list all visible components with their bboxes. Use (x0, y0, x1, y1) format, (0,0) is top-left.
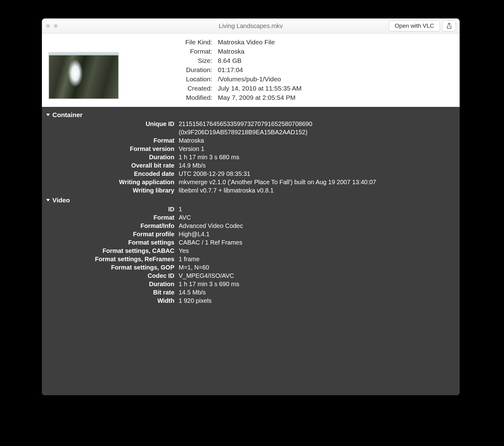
video-row-format-profile: Format profile High@L4.1 (42, 230, 460, 238)
window-controls (46, 24, 58, 28)
container-row-unique-id: Unique ID 211515617645653359973270791652… (42, 120, 460, 136)
duration-value: 01:17:04 (218, 66, 302, 74)
c-writing-lib-value: libebml v0.7.7 + libmatroska v0.8.1 (179, 186, 453, 195)
file-kind-value: Matroska Video File (218, 39, 302, 46)
unique-id-label: Unique ID (48, 120, 174, 136)
v-gop-label: Format settings, GOP (48, 263, 174, 272)
v-bit-rate-value: 14.5 Mb/s (179, 288, 453, 297)
video-row-cabac: Format settings, CABAC Yes (42, 247, 460, 255)
c-writing-lib-label: Writing library (48, 186, 174, 195)
summary-panel: File Kind: Matroska Video File Format: M… (42, 34, 460, 107)
titlebar: Living Landscapes.mkv Open with VLC (42, 18, 460, 34)
created-value: July 14, 2010 at 11:55:35 AM (218, 85, 302, 92)
container-heading: Container (52, 111, 83, 119)
detail-panel: Container Unique ID 21151561764565335997… (42, 107, 460, 395)
v-format-info-value: Advanced Video Codec (179, 222, 453, 230)
disclosure-triangle-icon (46, 199, 50, 201)
location-value: /Volumes/pub-1/Video (218, 75, 302, 83)
video-row-format: Format AVC (42, 213, 460, 222)
size-value: 8.64 GB (218, 57, 302, 64)
video-row-bit-rate: Bit rate 14.5 Mb/s (42, 288, 460, 297)
format-value: Matroska (218, 48, 302, 55)
video-row-id: ID 1 (42, 205, 460, 213)
v-format-settings-value: CABAC / 1 Ref Frames (179, 238, 453, 247)
v-duration-value: 1 h 17 min 3 s 690 ms (179, 280, 453, 288)
video-row-format-settings: Format settings CABAC / 1 Ref Frames (42, 238, 460, 247)
v-reframes-value: 1 frame (179, 255, 453, 263)
video-row-gop: Format settings, GOP M=1, N=60 (42, 263, 460, 272)
container-row-bit-rate: Overall bit rate 14.9 Mb/s (42, 161, 460, 170)
info-window: Living Landscapes.mkv Open with VLC File… (42, 18, 460, 395)
open-with-button[interactable]: Open with VLC (389, 20, 440, 31)
container-row-encoded-date: Encoded date UTC 2008-12-29 08:35:31 (42, 170, 460, 178)
v-format-profile-label: Format profile (48, 230, 174, 238)
video-row-duration: Duration 1 h 17 min 3 s 690 ms (42, 280, 460, 288)
open-with-label: Open with VLC (395, 22, 434, 29)
v-format-profile-value: High@L4.1 (179, 230, 453, 238)
v-id-label: ID (48, 205, 174, 213)
container-row-writing-app: Writing application mkvmerge v2.1.0 ('An… (42, 178, 460, 186)
v-duration-label: Duration (48, 280, 174, 288)
disclosure-triangle-icon (46, 114, 50, 116)
c-bit-rate-label: Overall bit rate (48, 161, 174, 170)
v-gop-value: M=1, N=60 (179, 263, 453, 272)
c-format-label: Format (48, 136, 174, 145)
c-duration-label: Duration (48, 153, 174, 161)
minimize-icon (55, 25, 57, 27)
video-row-width: Width 1 920 pixels (42, 297, 460, 305)
video-row-reframes: Format settings, ReFrames 1 frame (42, 255, 460, 263)
minimize-window-button[interactable] (53, 24, 58, 28)
v-width-label: Width (48, 297, 174, 305)
close-icon (47, 25, 49, 27)
v-format-settings-label: Format settings (48, 238, 174, 247)
v-id-value: 1 (179, 205, 453, 213)
unique-id-value: 211515617645653359973270791652580708690 … (179, 120, 453, 136)
c-encoded-date-value: UTC 2008-12-29 08:35:31 (179, 170, 453, 178)
video-thumbnail (49, 52, 119, 99)
v-format-label: Format (48, 213, 174, 222)
v-codec-id-label: Codec ID (48, 272, 174, 280)
v-codec-id-value: V_MPEG4/ISO/AVC (179, 272, 453, 280)
created-label: Created: (126, 85, 212, 92)
v-format-value: AVC (179, 213, 453, 222)
container-row-format-version: Format version Version 1 (42, 145, 460, 153)
container-row-writing-lib: Writing library libebml v0.7.7 + libmatr… (42, 186, 460, 195)
c-format-version-value: Version 1 (179, 145, 453, 153)
v-reframes-label: Format settings, ReFrames (48, 255, 174, 263)
unique-id-line1: 211515617645653359973270791652580708690 (179, 120, 453, 128)
video-row-format-info: Format/Info Advanced Video Codec (42, 222, 460, 230)
c-format-value: Matroska (179, 136, 453, 145)
video-row-codec-id: Codec ID V_MPEG4/ISO/AVC (42, 272, 460, 280)
share-icon (446, 23, 452, 29)
summary-grid: File Kind: Matroska Video File Format: M… (126, 39, 302, 101)
v-cabac-label: Format settings, CABAC (48, 247, 174, 255)
container-section-header[interactable]: Container (42, 109, 460, 120)
v-width-value: 1 920 pixels (179, 297, 453, 305)
duration-label: Duration: (126, 66, 212, 74)
location-label: Location: (126, 75, 212, 83)
container-row-format: Format Matroska (42, 136, 460, 145)
v-bit-rate-label: Bit rate (48, 288, 174, 297)
size-label: Size: (126, 57, 212, 64)
share-button[interactable] (442, 20, 456, 31)
video-section-header[interactable]: Video (42, 195, 460, 205)
c-bit-rate-value: 14.9 Mb/s (179, 161, 453, 170)
c-encoded-date-label: Encoded date (48, 170, 174, 178)
c-duration-value: 1 h 17 min 3 s 680 ms (179, 153, 453, 161)
video-heading: Video (52, 197, 70, 204)
file-kind-label: File Kind: (126, 39, 212, 46)
c-writing-app-label: Writing application (48, 178, 174, 186)
modified-label: Modified: (126, 94, 212, 101)
c-format-version-label: Format version (48, 145, 174, 153)
modified-value: May 7, 2009 at 2:05:54 PM (218, 94, 302, 101)
format-label: Format: (126, 48, 212, 55)
close-window-button[interactable] (46, 24, 50, 28)
v-cabac-value: Yes (179, 247, 453, 255)
unique-id-line2: (0x9F206D19AB5789218B9EA15BA2AAD152) (179, 128, 453, 136)
container-row-duration: Duration 1 h 17 min 3 s 680 ms (42, 153, 460, 161)
v-format-info-label: Format/Info (48, 222, 174, 230)
c-writing-app-value: mkvmerge v2.1.0 ('Another Place To Fall'… (179, 178, 453, 186)
